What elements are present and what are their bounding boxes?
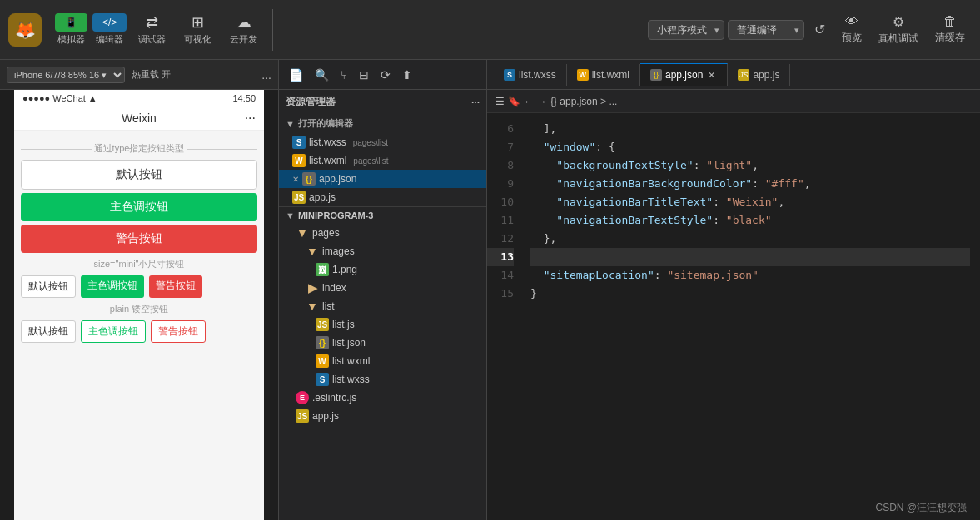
mini-button-row: 默认按钮 主色调按钮 警告按钮	[21, 275, 257, 298]
tree-list-folder[interactable]: ▼ list	[279, 297, 486, 315]
nav-more-btn[interactable]: ···	[245, 111, 256, 126]
code-line-6: ],	[530, 120, 970, 138]
code-line-9: "navigationBarBackgroundColor": "#fff",	[530, 175, 970, 193]
btn-default[interactable]: 默认按钮	[21, 160, 257, 190]
btn-plain-warn[interactable]: 警告按钮	[151, 320, 206, 343]
project-arrow: ▼	[286, 210, 295, 220]
more-dots[interactable]: ...	[261, 68, 271, 82]
preview-label: 预览	[842, 31, 862, 45]
mode-select-wrapper[interactable]: 小程序模式 插件模式	[648, 20, 724, 40]
plain-button-row: 默认按钮 主色调按钮 警告按钮	[21, 320, 257, 343]
tab-app-json[interactable]: {} app.json ✕	[640, 63, 728, 86]
new-file-btn[interactable]: 📄	[286, 67, 306, 83]
file-tree-more[interactable]: ···	[471, 97, 480, 108]
json-icon-list: {}	[316, 336, 329, 349]
tree-app-js[interactable]: JS app.js	[279, 407, 486, 425]
editor-group: </> 编辑器	[92, 13, 127, 46]
main-area: iPhone 6/7/8 85% 16 ▾ 热重载 开 ... ●●●●● We…	[0, 60, 980, 520]
tree-index-folder[interactable]: ▶ index	[279, 279, 486, 297]
preview-button[interactable]: 👁 预览	[835, 11, 868, 48]
wxml-icon-list: W	[316, 354, 329, 368]
index-folder-icon: ▶	[306, 281, 319, 295]
device-select[interactable]: iPhone 6/7/8 85% 16 ▾	[7, 67, 125, 83]
line-num-7: 7	[487, 138, 514, 156]
breadcrumb-nav-back[interactable]: ☰	[495, 96, 505, 107]
close-icon[interactable]: ✕	[292, 175, 299, 184]
tab-list-wxss[interactable]: S list.wxss	[494, 64, 567, 86]
breadcrumb-arrow-left[interactable]: ←	[524, 96, 534, 107]
tab-close-btn[interactable]: ✕	[706, 70, 717, 81]
tree-images-folder[interactable]: ▼ images	[279, 242, 486, 260]
refresh-button[interactable]: ↺	[808, 18, 832, 41]
plain-divider: plain 镂空按钮	[21, 303, 257, 315]
breadcrumb-path: {} app.json > ...	[550, 96, 617, 107]
code-editor[interactable]: ], "window": { "backgroundTextStyle": "l…	[520, 113, 980, 496]
source-control-btn[interactable]: ⑂	[337, 67, 351, 83]
refresh-tree-btn[interactable]: ⟳	[377, 67, 394, 83]
editor-button[interactable]: </>	[92, 13, 127, 32]
btn-mini-default[interactable]: 默认按钮	[21, 275, 76, 298]
open-file-js[interactable]: JS app.js	[279, 188, 486, 206]
code-line-15: }	[530, 285, 970, 303]
btn-warn[interactable]: 警告按钮	[21, 225, 257, 253]
btn-plain-default[interactable]: 默认按钮	[21, 320, 76, 343]
cloud-group[interactable]: ☁ 云开发	[223, 10, 264, 49]
clear-cache-label: 清缓存	[935, 31, 965, 45]
type-divider: 通过type指定按钮类型	[21, 142, 257, 155]
png-icon: 🖼	[316, 263, 329, 276]
separator-1	[272, 9, 273, 51]
upload-btn[interactable]: ⬆	[399, 67, 415, 83]
btn-mini-primary[interactable]: 主色调按钮	[81, 275, 144, 298]
nav-title: Weixin	[122, 111, 157, 125]
search-tree-btn[interactable]: 🔍	[311, 67, 332, 83]
project-section-title: ▼ MINIPROGRAM-3	[279, 207, 486, 224]
compile-select-wrapper[interactable]: 普通编译 自定义编译	[728, 20, 804, 40]
tree-eslint[interactable]: E .eslintrc.js	[279, 389, 486, 407]
project-name: MINIPROGRAM-3	[298, 210, 373, 220]
tree-list-js[interactable]: JS list.js	[279, 315, 486, 334]
line-num-14: 14	[487, 266, 514, 285]
visible-group[interactable]: ⊞ 可视化	[177, 10, 218, 49]
editor-footer: CSDN @汪汪想变强	[487, 496, 980, 520]
tab-list-wxml[interactable]: W list.wxml	[567, 64, 640, 86]
tree-1png[interactable]: 🖼 1.png	[279, 260, 486, 279]
btn-primary[interactable]: 主色调按钮	[21, 193, 257, 221]
editor-body: 6 7 8 9 10 11 12 13 14 15 ], "window": {	[487, 113, 980, 496]
breadcrumb-bookmark[interactable]: 🔖	[508, 96, 520, 107]
tab-app-js-label: app.js	[753, 69, 779, 81]
tab-json-icon: {}	[650, 69, 662, 81]
file-tree-toolbar: 📄 🔍 ⑂ ⊟ ⟳ ⬆	[279, 60, 486, 90]
real-device-button[interactable]: ⚙ 真机调试	[872, 11, 925, 49]
refresh-icon: ↺	[814, 22, 825, 37]
clear-cache-button[interactable]: 🗑 清缓存	[928, 11, 972, 48]
breadcrumb-arrow-right[interactable]: →	[537, 96, 547, 107]
open-file-wxml[interactable]: W list.wxml pages\list	[279, 151, 486, 170]
phone-nav-bar: Weixin ···	[14, 106, 264, 131]
tab-app-js[interactable]: JS app.js	[728, 64, 790, 86]
btn-plain-primary[interactable]: 主色调按钮	[81, 320, 146, 343]
code-line-10: "navigationBarTitleText": "Weixin",	[530, 193, 970, 211]
tree-list-wxss[interactable]: S list.wxss	[279, 370, 486, 389]
wxss-icon-list: S	[316, 373, 329, 386]
tree-list-wxml[interactable]: W list.wxml	[279, 352, 486, 370]
editor-label: 编辑器	[96, 33, 123, 46]
tab-wxml-icon: W	[577, 69, 589, 81]
compile-select[interactable]: 普通编译 自定义编译	[728, 20, 804, 40]
left-top-bar: iPhone 6/7/8 85% 16 ▾ 热重载 开 ...	[0, 60, 278, 90]
debugger-group[interactable]: ⇄ 调试器	[132, 10, 172, 49]
code-line-13	[530, 248, 970, 266]
btn-mini-warn[interactable]: 警告按钮	[149, 275, 202, 298]
open-file-json[interactable]: ✕ {} app.json	[279, 170, 486, 188]
tree-pages-folder[interactable]: ▼ pages	[279, 224, 486, 242]
simulator-button[interactable]: 📱	[55, 13, 87, 32]
tree-list-json[interactable]: {} list.json	[279, 334, 486, 352]
mode-select[interactable]: 小程序模式 插件模式	[648, 20, 724, 40]
code-line-12: },	[530, 230, 970, 248]
app-logo: 🦊	[8, 13, 42, 47]
tab-app-json-label: app.json	[665, 69, 703, 81]
open-file-wxss[interactable]: S list.wxss pages\list	[279, 133, 486, 151]
editor-breadcrumb: ☰ 🔖 ← → {} app.json > ...	[487, 90, 980, 113]
tab-list-wxml-label: list.wxml	[592, 69, 629, 81]
copy-btn[interactable]: ⊟	[356, 67, 372, 83]
wxml-icon: W	[292, 154, 306, 167]
